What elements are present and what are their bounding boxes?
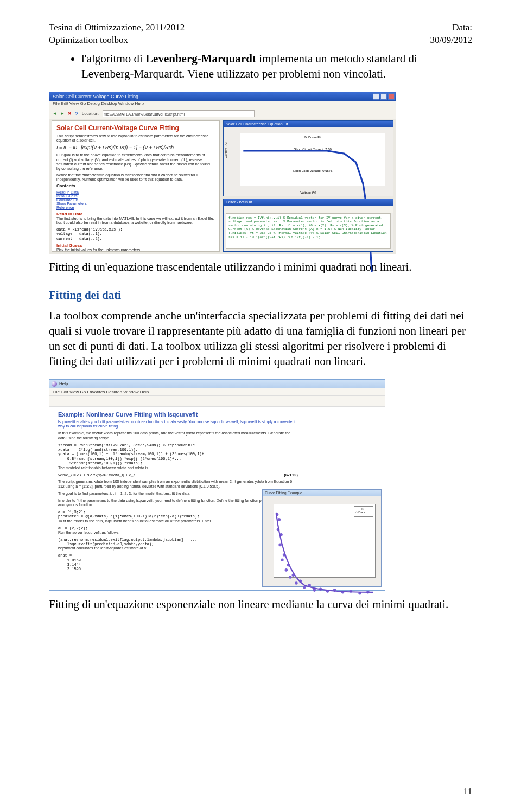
back-icon[interactable]: ◄ xyxy=(53,111,57,116)
svg-point-9 xyxy=(289,576,291,578)
doc-p2: Our goal is to fit the above equation to… xyxy=(56,153,215,171)
curve-fit-svg xyxy=(274,504,375,605)
code-read: data = xlsread('ivData.xls'); voltage = … xyxy=(56,227,215,241)
isc-label: Short Circuit Current: 7.80 xyxy=(294,148,332,151)
help-p3: The modeled relationship between xdata a… xyxy=(58,466,298,471)
x-axis-label: Voltage (V) xyxy=(300,191,316,194)
help-equation: ydata_i = a1 + a2·exp(-a3·xdata_i) + ε_i… xyxy=(58,472,298,477)
svg-point-2 xyxy=(278,518,280,520)
help-titlebar: Help xyxy=(49,380,385,388)
header-left-line2: Optimization toolbox xyxy=(49,34,185,47)
read-p: The first step is to bring the data into… xyxy=(56,216,215,226)
bullet-list: l'algoritmo di Levenberg-Marquardt imple… xyxy=(81,51,472,82)
header-right-line2: 30/09/2012 xyxy=(430,34,472,47)
contents-label: Contents xyxy=(56,183,215,189)
link-calculatefit[interactable]: Calculate Fit xyxy=(56,198,215,202)
editor-toolbar xyxy=(224,206,393,213)
guess-p: Pick the initial values for the unknown … xyxy=(56,248,215,252)
plot-title: IV Curve Fit xyxy=(304,136,321,139)
svg-point-11 xyxy=(295,581,297,584)
eq-text: ydata_i = a1 + a2·exp(-a3·xdata_i) + ε_i xyxy=(58,472,135,477)
editor-code: function res = IVfun(x,v,i) % Residual v… xyxy=(226,213,391,249)
bullet-text-before: l'algoritmo di xyxy=(81,52,145,65)
help-doc-title: Example: Nonlinear Curve Fitting with ls… xyxy=(58,411,298,418)
help-p2: In this example, the vector xdata repres… xyxy=(58,431,298,441)
legend-data: ○ Data xyxy=(355,510,372,514)
location-field[interactable]: file:///C:/MATLAB/work/SolarCurveFitScri… xyxy=(103,110,255,117)
window-title: Solar Cell Current-Voltage Curve Fitting xyxy=(53,94,138,99)
plot-legend: — Fit ○ Data xyxy=(354,506,373,517)
help-code1: stream = RandStream('mt19937ar','Seed',5… xyxy=(58,443,298,466)
body-paragraph: La toolbox comprende anche un'interfacci… xyxy=(49,309,472,369)
section-heading: Fitting dei dati xyxy=(49,289,472,302)
link-showparams[interactable]: Show Parameters xyxy=(56,202,215,206)
eq-number: (6-112) xyxy=(284,472,298,477)
editor-titlebar: Editor - IVfun.m xyxy=(224,199,393,206)
svg-point-13 xyxy=(303,586,306,588)
link-reference[interactable]: Reference xyxy=(56,206,215,209)
window-titlebar: Solar Cell Current-Voltage Curve Fitting xyxy=(49,92,396,101)
forward-icon[interactable]: ► xyxy=(60,111,65,116)
stop-icon[interactable]: ✖ xyxy=(68,111,72,116)
doc-equation: I = IL − I0 · [exp((V + I·Rs)/(n·Vt)) − … xyxy=(56,145,215,151)
doc-title: Solar Cell Current-Voltage Curve Fitting xyxy=(56,124,215,132)
html-doc-panel: Solar Cell Current-Voltage Curve Fitting… xyxy=(52,120,220,252)
page-number: 11 xyxy=(463,786,472,797)
help-p4: The script generates xdata from 100 inde… xyxy=(58,479,298,489)
bullet-item: l'algoritmo di Levenberg-Marquardt imple… xyxy=(81,51,472,82)
figure-titlebar: Solar Cell Characteristic Equation Fit xyxy=(224,121,393,127)
refresh-icon[interactable]: ⟳ xyxy=(75,111,79,116)
svg-point-3 xyxy=(279,544,281,546)
window-controls xyxy=(373,93,395,100)
help-p1: lsqcurvefit enables you to fit parameter… xyxy=(58,420,298,430)
page-header: Tesina di Ottimizzazione, 2011/2012 Opti… xyxy=(49,22,472,47)
voc-label: Open Loop Voltage: 0.6575 xyxy=(293,169,332,172)
editor-window: Editor - IVfun.m function res = IVfun(x,… xyxy=(223,199,393,252)
doc-p1: This script demonstrates how to use lsqn… xyxy=(56,134,215,143)
help-window-title: Help xyxy=(59,381,68,386)
help-toolbar xyxy=(49,396,385,407)
maximize-icon[interactable] xyxy=(380,93,387,100)
svg-point-5 xyxy=(281,559,283,561)
header-right: Data: 30/09/2012 xyxy=(430,22,472,47)
header-right-line1: Data: xyxy=(430,22,472,34)
menubar[interactable]: File Edit View Go Debug Desktop Window H… xyxy=(49,101,396,108)
figure-2: Help File Edit View Go Favorites Desktop… xyxy=(49,379,472,591)
toolbar: ◄ ► ✖ ⟳ Location: file:///C:/MATLAB/work… xyxy=(49,108,396,119)
header-left-line1: Tesina di Ottimizzazione, 2011/2012 xyxy=(49,22,185,34)
svg-point-15 xyxy=(313,589,315,591)
bullet-strong: Levenberg-Marquardt xyxy=(145,52,256,65)
close-icon[interactable] xyxy=(388,93,395,100)
curve-fit-titlebar: Curve Fitting Example xyxy=(263,490,381,496)
y-axis-label: Current (A) xyxy=(224,142,227,158)
matlab-browser-window: Solar Cell Current-Voltage Curve Fitting… xyxy=(49,92,396,254)
doc-p3: Notice that the characteristic equation … xyxy=(56,173,215,182)
svg-point-7 xyxy=(285,568,287,571)
iv-plot-area: IV Curve Fit Short Circuit Current: 7.80… xyxy=(240,133,385,186)
link-initialguess[interactable]: Initial Guess xyxy=(56,194,215,198)
section-initial-guess: Initial Guess xyxy=(56,243,215,248)
contents-links: Read in Data Initial Guess Calculate Fit… xyxy=(56,190,215,209)
figure-2-caption: Fitting di un'equazione esponenziale non… xyxy=(49,597,472,612)
section-read-in-data: Read in Data xyxy=(56,212,215,216)
help-window: Help File Edit View Go Favorites Desktop… xyxy=(49,379,385,591)
link-readindata[interactable]: Read in Data xyxy=(56,190,215,194)
minimize-icon[interactable] xyxy=(373,93,379,100)
iv-curve-figure-window: Solar Cell Characteristic Equation Fit I… xyxy=(223,120,393,196)
location-label: Location: xyxy=(82,111,99,116)
help-menubar[interactable]: File Edit View Go Favorites Desktop Wind… xyxy=(49,388,385,396)
header-left: Tesina di Ottimizzazione, 2011/2012 Opti… xyxy=(49,22,185,47)
curve-fit-figure-window: Curve Fitting Example xyxy=(262,489,382,587)
figure-1: Solar Cell Current-Voltage Curve Fitting… xyxy=(49,92,472,254)
